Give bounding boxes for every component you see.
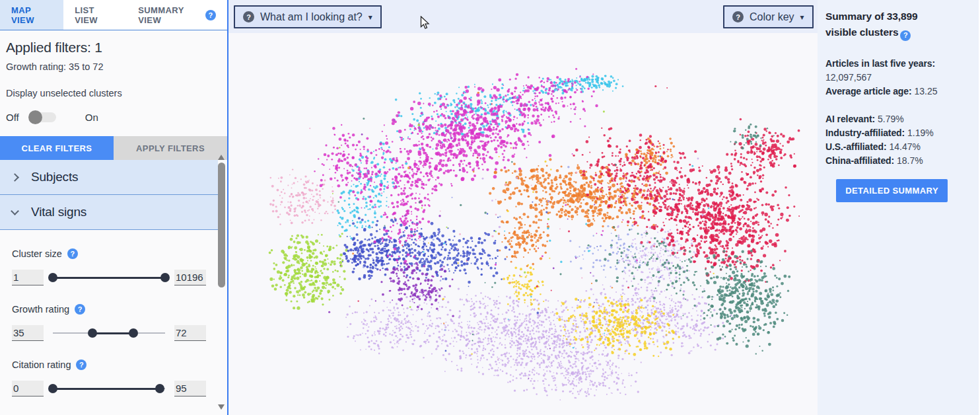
summary-panel-title: Summary of 33,899 visible clusters? [825, 9, 948, 41]
apply-filters-button[interactable]: APPLY FILTERS [114, 136, 227, 160]
summary-stats-secondary: AI relevant: 5.79% Industry-affiliated: … [825, 112, 948, 168]
clear-filters-button[interactable]: CLEAR FILTERS [0, 136, 114, 160]
summary-help-icon[interactable]: ? [900, 30, 911, 41]
display-unselected-label: Display unselected clusters [6, 88, 221, 98]
citation-rating-max-input[interactable] [174, 381, 206, 396]
stat-china-affiliated: China-affiliated: 18.7% [825, 154, 948, 168]
applied-filters-title: Applied filters: 1 [6, 40, 221, 56]
toggle-off-label: Off [6, 112, 19, 123]
toggle-on-label: On [85, 112, 98, 123]
what-am-i-looking-at-label: What am I looking at? [260, 11, 363, 23]
tab-summary-view-label: SUMMARY VIEW [138, 5, 201, 25]
growth-rating-label: Growth rating [12, 304, 69, 315]
scrollbar-up-arrow-icon[interactable] [218, 155, 225, 160]
citation-rating-section: Citation rating ? [0, 341, 218, 396]
growth-rating-max-input[interactable] [174, 325, 206, 341]
help-circle-icon: ? [243, 11, 254, 22]
scrollbar-down-arrow-icon[interactable] [218, 404, 225, 410]
stat-articles: Articles in last five years: 12,097,567 [825, 57, 948, 85]
color-key-button[interactable]: ? Color key ▾ [723, 5, 814, 28]
cluster-map-area: ? What am I looking at? ▾ ? Color key ▾ [228, 0, 818, 415]
growth-rating-help-icon[interactable]: ? [75, 304, 85, 315]
display-unselected-toggle-row: Off On [6, 109, 221, 125]
cluster-scatter-map[interactable] [228, 0, 818, 415]
tab-list-view-label: LIST VIEW [75, 5, 116, 25]
stat-ai-relevant: AI relevant: 5.79% [825, 112, 948, 126]
accordion-vital-signs[interactable]: Vital signs [0, 195, 218, 230]
growth-rating-low-handle[interactable] [88, 328, 97, 338]
citation-rating-help-icon[interactable]: ? [76, 359, 87, 370]
chevron-down-icon [11, 207, 19, 215]
citation-rating-min-input[interactable] [12, 381, 44, 396]
applied-filter-detail: Growth rating: 35 to 72 [6, 61, 221, 72]
help-circle-icon: ? [732, 11, 744, 22]
filter-buttons-row: CLEAR FILTERS APPLY FILTERS [0, 136, 227, 160]
stat-us-affiliated: U.S.-affiliated: 14.47% [825, 140, 948, 154]
accordion-subjects[interactable]: Subjects [0, 160, 218, 195]
citation-rating-slider[interactable] [53, 384, 165, 393]
cluster-size-max-input[interactable] [174, 270, 206, 285]
tab-summary-view[interactable]: SUMMARY VIEW ? [127, 0, 227, 30]
tab-map-view-label: MAP VIEW [11, 5, 52, 25]
scrollbar-thumb[interactable] [218, 163, 225, 287]
stat-average-age: Average article age: 13.25 [825, 85, 948, 98]
citation-rating-label: Citation rating [12, 359, 71, 370]
display-unselected-toggle[interactable] [30, 112, 56, 122]
map-toolbar: ? What am I looking at? ▾ ? Color key ▾ [228, 0, 818, 33]
sidebar-scrollbar [218, 151, 225, 415]
cluster-size-help-icon[interactable]: ? [67, 248, 78, 259]
cluster-size-label: Cluster size [12, 248, 62, 259]
accordion-vital-signs-label: Vital signs [31, 205, 87, 219]
filters-sidebar: MAP VIEW LIST VIEW SUMMARY VIEW ? Applie… [0, 0, 228, 415]
stat-industry-affiliated: Industry-affiliated: 1.19% [825, 126, 948, 140]
applied-filters-block: Applied filters: 1 Growth rating: 35 to … [0, 30, 227, 125]
tab-map-view[interactable]: MAP VIEW [0, 0, 63, 30]
view-tabs: MAP VIEW LIST VIEW SUMMARY VIEW ? [0, 0, 227, 30]
summary-panel: Summary of 33,899 visible clusters? Arti… [818, 0, 979, 415]
caret-down-icon: ▾ [368, 13, 372, 22]
tab-list-view[interactable]: LIST VIEW [63, 0, 127, 30]
caret-down-icon: ▾ [800, 13, 804, 22]
cluster-size-low-handle[interactable] [48, 273, 57, 282]
toggle-knob[interactable] [28, 110, 42, 124]
mouse-cursor [420, 16, 430, 30]
app-window: MAP VIEW LIST VIEW SUMMARY VIEW ? Applie… [0, 0, 980, 415]
growth-rating-slider[interactable] [53, 328, 165, 338]
growth-rating-high-handle[interactable] [129, 328, 138, 338]
detailed-summary-button[interactable]: DETAILED SUMMARY [836, 179, 948, 202]
growth-rating-min-input[interactable] [12, 325, 44, 341]
color-key-label: Color key [750, 11, 794, 23]
cluster-size-slider[interactable] [53, 273, 165, 282]
citation-rating-low-handle[interactable] [48, 384, 57, 393]
chevron-right-icon [11, 173, 19, 182]
citation-rating-high-handle[interactable] [155, 384, 164, 393]
growth-rating-section: Growth rating ? [0, 285, 218, 341]
summary-stats-primary: Articles in last five years: 12,097,567 … [825, 57, 948, 98]
summary-view-help-icon[interactable]: ? [205, 10, 216, 20]
cluster-size-min-input[interactable] [12, 270, 44, 285]
what-am-i-looking-at-button[interactable]: ? What am I looking at? ▾ [234, 5, 382, 28]
accordion-subjects-label: Subjects [31, 170, 78, 184]
cluster-size-section: Cluster size ? [0, 230, 218, 285]
cluster-size-high-handle[interactable] [160, 273, 170, 282]
